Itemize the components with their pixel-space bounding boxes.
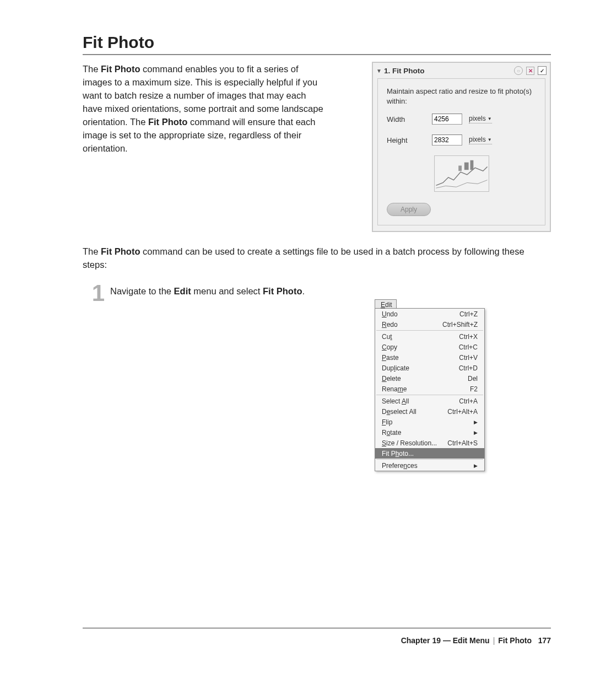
menu-item[interactable]: PasteCtrl+V <box>375 352 484 363</box>
menu-item-label: Redo <box>382 321 398 329</box>
menu-separator <box>376 459 483 460</box>
menu-item-label: Rename <box>382 385 407 393</box>
height-unit-combo[interactable]: pixels ▼ <box>469 136 492 144</box>
menu-item[interactable]: UndoCtrl+Z <box>375 309 484 319</box>
menu-separator <box>376 330 483 331</box>
step-text: Navigate to the Edit menu and select Fit… <box>110 286 305 297</box>
menu-separator <box>376 395 483 395</box>
width-unit-combo[interactable]: pixels ▼ <box>469 115 492 123</box>
menu-item-label: Undo <box>382 310 398 318</box>
confirm-icon[interactable]: ✓ <box>538 66 547 75</box>
menu-item-shortcut: Ctrl+Alt+S <box>447 439 478 447</box>
footer: Chapter 19 — Edit Menu|Fit Photo 177 <box>401 636 551 645</box>
menu-item[interactable]: Flip▶ <box>375 417 484 427</box>
menu-item-shortcut: Ctrl+A <box>459 397 478 405</box>
menu-item-label: Flip <box>382 418 392 426</box>
submenu-arrow-icon: ▶ <box>474 430 478 435</box>
menu-item-shortcut: Ctrl+V <box>459 354 478 362</box>
page-title: Fit Photo <box>83 33 551 52</box>
menu-item-label: Preferences <box>382 462 418 470</box>
menu-item-label: Duplicate <box>382 364 409 372</box>
edit-menu-popup: UndoCtrl+ZRedoCtrl+Shift+ZCutCtrl+XCopyC… <box>375 308 485 471</box>
menu-item-shortcut: Ctrl+Z <box>459 310 478 318</box>
menu-item-shortcut: F2 <box>470 385 478 393</box>
submenu-arrow-icon: ▶ <box>474 463 478 469</box>
height-label: Height <box>387 136 425 144</box>
menu-item[interactable]: Select AllCtrl+A <box>375 396 484 406</box>
unit-label: pixels <box>469 136 486 143</box>
footer-rule <box>83 628 551 628</box>
submenu-arrow-icon: ▶ <box>474 419 478 425</box>
svg-rect-1 <box>464 163 468 170</box>
menu-item-shortcut: Ctrl+X <box>459 333 478 341</box>
menu-item-shortcut: Ctrl+Alt+A <box>447 408 478 416</box>
width-label: Width <box>387 115 425 123</box>
svg-rect-3 <box>458 166 462 171</box>
menu-item[interactable]: RedoCtrl+Shift+Z <box>375 319 484 330</box>
unit-label: pixels <box>469 115 486 122</box>
menu-item[interactable]: Deselect AllCtrl+Alt+A <box>375 406 484 417</box>
menu-item-label: Select All <box>382 397 409 405</box>
step-number: 1 <box>83 284 110 303</box>
edit-menu: Edit UndoCtrl+ZRedoCtrl+Shift+ZCutCtrl+X… <box>375 299 485 471</box>
menu-item[interactable]: Fit Photo... <box>375 448 484 459</box>
menu-item-label: Size / Resolution... <box>382 439 437 447</box>
body-paragraph-2: The Fit Photo command can be used to cre… <box>83 245 551 272</box>
svg-rect-0 <box>435 156 488 191</box>
menu-item-shortcut: Ctrl+D <box>459 364 478 372</box>
menu-item-label: Copy <box>382 343 397 351</box>
menu-item-label: Delete <box>382 375 401 383</box>
menu-item-shortcut: Ctrl+Shift+Z <box>442 321 478 329</box>
menu-item[interactable]: RenameF2 <box>375 384 484 394</box>
menu-item[interactable]: Size / Resolution...Ctrl+Alt+S <box>375 438 484 448</box>
menu-item-label: Rotate <box>382 429 401 437</box>
menu-item[interactable]: DuplicateCtrl+D <box>375 363 484 373</box>
dialog-instruction: Maintain aspect ratio and resize to fit … <box>387 87 536 106</box>
intro-paragraph: The Fit Photo command enables you to fit… <box>83 63 328 155</box>
reset-icon[interactable]: ○ <box>514 66 523 75</box>
menu-item[interactable]: CutCtrl+X <box>375 331 484 342</box>
menu-item[interactable]: Rotate▶ <box>375 427 484 438</box>
apply-button[interactable]: Apply <box>387 203 431 216</box>
menu-item[interactable]: Preferences▶ <box>375 460 484 471</box>
close-icon[interactable]: ✕ <box>526 67 534 75</box>
menu-item-label: Paste <box>382 354 399 362</box>
preview-thumbnail <box>434 155 489 192</box>
collapse-icon[interactable]: ▼ <box>376 68 382 74</box>
chevron-down-icon: ▼ <box>488 116 492 121</box>
menu-item-shortcut: Ctrl+C <box>459 343 478 351</box>
menu-item[interactable]: CopyCtrl+C <box>375 342 484 352</box>
width-input[interactable] <box>432 114 462 125</box>
svg-rect-2 <box>470 160 473 170</box>
menu-item-label: Fit Photo... <box>382 450 414 457</box>
menubar-edit-button[interactable]: Edit <box>375 299 397 309</box>
fit-photo-dialog: ▼ 1. Fit Photo ○ ✕ ✓ Maintain aspect rat… <box>372 62 551 232</box>
title-rule <box>83 54 551 55</box>
chevron-down-icon: ▼ <box>488 137 492 142</box>
menu-item-label: Cut <box>382 333 392 341</box>
menu-item-shortcut: Del <box>468 375 478 383</box>
dialog-title: 1. Fit Photo <box>384 67 425 75</box>
menu-item[interactable]: DeleteDel <box>375 373 484 384</box>
menu-item-label: Deselect All <box>382 408 416 416</box>
height-input[interactable] <box>432 134 462 146</box>
